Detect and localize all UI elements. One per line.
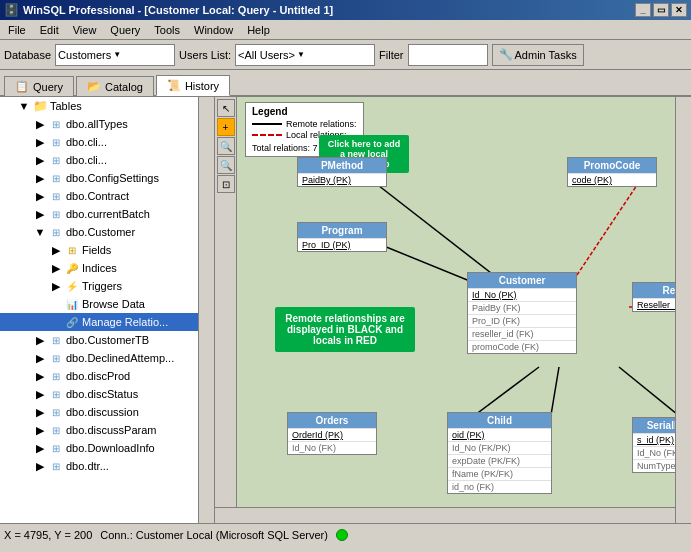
list-item[interactable]: ▶ ⊞ dbo.CustomerTB [0,331,214,349]
table-icon: ⊞ [48,188,64,204]
menu-query[interactable]: Query [104,22,146,38]
child-row-4: fName (PK/FK) [448,467,551,480]
table-promocode-row: code (PK) [568,173,656,186]
zoom-in-button[interactable]: 🔍 [217,137,235,155]
expand-icon[interactable]: ▶ [32,134,48,150]
menu-file[interactable]: File [2,22,32,38]
table-child-header: Child [448,413,551,428]
table-icon: ⊞ [48,152,64,168]
expand-icon[interactable]: ▶ [32,440,48,456]
tree-item-triggers[interactable]: ▶ ⚡ Triggers [0,277,214,295]
list-item[interactable]: ▶ ⊞ dbo.cli... [0,151,214,169]
table-icon: ⊞ [48,386,64,402]
tree-label: Tables [48,100,82,112]
table-customer[interactable]: Customer Id_No (PK) PaidBy (FK) Pro_ID (… [467,272,577,354]
admin-tasks-button[interactable]: 🔧 Admin Tasks [492,44,584,66]
title-bar-controls[interactable]: _ ▭ ✕ [635,3,687,17]
tree-item-customer[interactable]: ▼ ⊞ dbo.Customer [0,223,214,241]
no-expand [48,296,64,312]
table-pmethod-row: PaidBy (PK) [298,173,386,186]
tab-history-label: History [185,80,219,92]
tree-item-browse[interactable]: 📊 Browse Data [0,295,214,313]
expand-icon[interactable]: ▶ [32,422,48,438]
fields-icon: ⊞ [64,242,80,258]
expand-icon[interactable]: ▶ [32,404,48,420]
minimize-button[interactable]: _ [635,3,651,17]
expand-icon[interactable]: ▶ [32,116,48,132]
list-item[interactable]: ▶ ⊞ dbo.Contract [0,187,214,205]
expand-icon[interactable]: ▶ [32,206,48,222]
tree-item-tables[interactable]: ▼ 📁 Tables [0,97,214,115]
tree-scrollbar-vertical[interactable] [198,97,214,523]
info-box-text: Remote relationships are displayed in BL… [285,313,404,346]
catalog-icon: 📂 [87,80,101,93]
tree-label: dbo.DeclinedAttemp... [64,352,174,364]
tree-label: dbo.allTypes [64,118,128,130]
restore-button[interactable]: ▭ [653,3,669,17]
expand-triggers[interactable]: ▶ [48,278,64,294]
diagram-content[interactable]: Legend Remote relations: Local relations… [237,97,691,523]
cursor-tool-button[interactable]: ↖ [217,99,235,117]
tree-label: dbo.cli... [64,154,107,166]
expand-icon[interactable]: ▶ [32,368,48,384]
expand-icon[interactable]: ▶ [32,188,48,204]
list-item[interactable]: ▶ ⊞ dbo.cli... [0,133,214,151]
history-icon: 📜 [167,79,181,92]
tree-scroll[interactable]: ▼ 📁 Tables ▶ ⊞ dbo.allTypes ▶ ⊞ dbo.cli.… [0,97,214,523]
list-item[interactable]: ▶ ⊞ dbo.DownloadInfo [0,439,214,457]
list-item[interactable]: ▶ ⊞ dbo.allTypes [0,115,214,133]
list-item[interactable]: ▶ ⊞ dbo.discProd [0,367,214,385]
table-pmethod[interactable]: PMethod PaidBy (PK) [297,157,387,187]
menu-view[interactable]: View [67,22,103,38]
expand-icon[interactable]: ▶ [32,332,48,348]
expand-fields[interactable]: ▶ [48,242,64,258]
legend-remote-row: Remote relations: [252,119,357,129]
list-item[interactable]: ▶ ⊞ dbo.dtr... [0,457,214,475]
fit-button[interactable]: ⊡ [217,175,235,193]
table-icon: ⊞ [48,134,64,150]
expand-icon[interactable]: ▶ [32,152,48,168]
expand-icon[interactable]: ▶ [32,350,48,366]
tree-item-fields[interactable]: ▶ ⊞ Fields [0,241,214,259]
menu-help[interactable]: Help [241,22,276,38]
list-item[interactable]: ▶ ⊞ dbo.ConfigSettings [0,169,214,187]
expand-icon[interactable]: ▶ [32,458,48,474]
expand-icon[interactable]: ▶ [32,170,48,186]
table-orders[interactable]: Orders OrderId (PK) Id_No (FK) [287,412,377,455]
expand-indices[interactable]: ▶ [48,260,64,276]
users-list-combo[interactable]: <All Users> ▼ [235,44,375,66]
expand-icon[interactable]: ▶ [32,386,48,402]
expand-customer[interactable]: ▼ [32,224,48,240]
table-icon: ⊞ [48,368,64,384]
list-item[interactable]: ▶ ⊞ dbo.discussion [0,403,214,421]
menu-window[interactable]: Window [188,22,239,38]
database-combo[interactable]: Customers ▼ [55,44,175,66]
diagram-scrollbar-vertical[interactable] [675,97,691,523]
expand-tables[interactable]: ▼ [16,98,32,114]
tab-history[interactable]: 📜 History [156,75,230,96]
tab-catalog[interactable]: 📂 Catalog [76,76,154,96]
users-list-label: Users List: [179,49,231,61]
tree-label: dbo.discussParam [64,424,157,436]
list-item[interactable]: ▶ ⊞ dbo.currentBatch [0,205,214,223]
add-relation-button[interactable]: + [217,118,235,136]
filter-input[interactable] [408,44,488,66]
diagram-scrollbar-horizontal[interactable] [215,507,675,523]
table-child[interactable]: Child oid (PK) Id_No (FK/PK) expDate (PK… [447,412,552,494]
list-item[interactable]: ▶ ⊞ dbo.DeclinedAttemp... [0,349,214,367]
close-button[interactable]: ✕ [671,3,687,17]
table-promocode[interactable]: PromoCode code (PK) [567,157,657,187]
tab-query[interactable]: 📋 Query [4,76,74,96]
tree-item-manage-relations[interactable]: 🔗 Manage Relatio... [0,313,214,331]
table-program[interactable]: Program Pro_ID (PK) [297,222,387,252]
tree-label: dbo.DownloadInfo [64,442,155,454]
diagram-toolbar: ↖ + 🔍 🔍 ⊡ [215,97,237,523]
list-item[interactable]: ▶ ⊞ dbo.discussParam [0,421,214,439]
zoom-out-button[interactable]: 🔍 [217,156,235,174]
tree-item-indices[interactable]: ▶ 🔑 Indices [0,259,214,277]
legend-remote-line [252,123,282,125]
tree-label: dbo.dtr... [64,460,109,472]
menu-edit[interactable]: Edit [34,22,65,38]
list-item[interactable]: ▶ ⊞ dbo.discStatus [0,385,214,403]
menu-tools[interactable]: Tools [148,22,186,38]
